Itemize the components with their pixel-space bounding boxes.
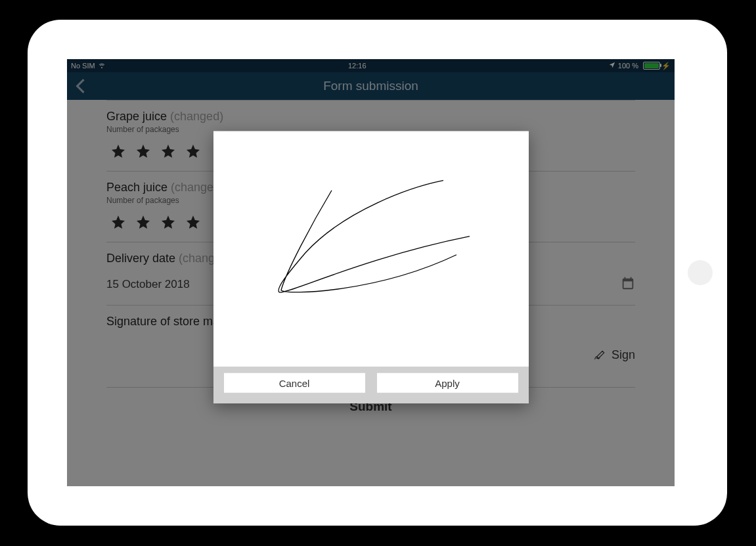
modal-buttons: Cancel Apply	[213, 367, 529, 403]
tablet-frame: No SIM 12:16 100 % ⚡	[28, 20, 727, 526]
home-button[interactable]	[688, 260, 713, 285]
apply-button[interactable]: Apply	[377, 373, 518, 393]
screen: No SIM 12:16 100 % ⚡	[67, 59, 675, 486]
signature-canvas[interactable]	[213, 131, 529, 367]
modal-overlay[interactable]: Cancel Apply	[67, 59, 675, 486]
device-stage: No SIM 12:16 100 % ⚡	[0, 0, 756, 546]
signature-modal: Cancel Apply	[213, 131, 529, 403]
cancel-button[interactable]: Cancel	[224, 373, 365, 393]
signature-stroke	[213, 131, 529, 367]
